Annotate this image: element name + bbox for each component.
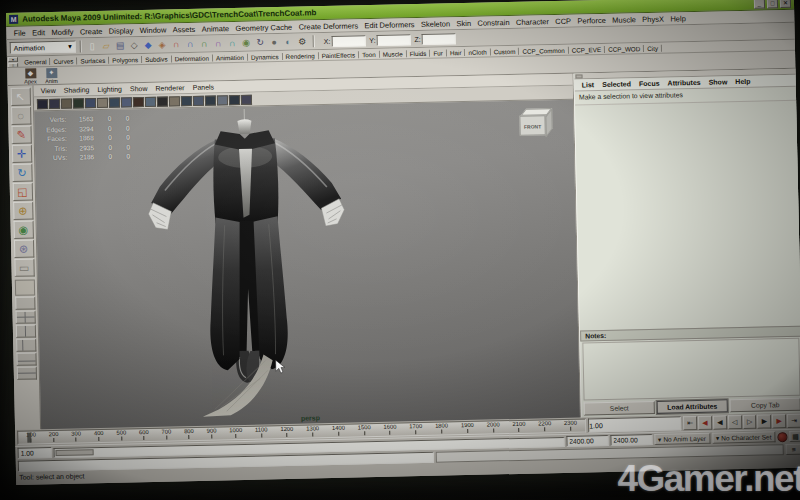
menu-item[interactable]: Perforce xyxy=(574,15,609,25)
panel-menu-item[interactable]: View xyxy=(37,87,60,95)
viewport-canvas[interactable]: Verts: 1563 0 0 Edges: 3294 0 0 xyxy=(34,100,580,430)
notes-field[interactable] xyxy=(582,338,800,401)
menu-item[interactable]: Create Deformers xyxy=(295,21,361,31)
view-cube-front-face[interactable]: FRONT xyxy=(519,115,545,136)
menu-item[interactable]: Help xyxy=(667,14,689,23)
shelf-tab[interactable]: Dynamics xyxy=(248,52,283,60)
coordinate-input[interactable] xyxy=(422,33,456,45)
shelf-tab[interactable]: Surfaces xyxy=(77,56,109,64)
panel-toolbar-icon[interactable] xyxy=(241,94,252,104)
coordinate-input[interactable] xyxy=(376,34,410,46)
shelf-tab[interactable]: CCP_Common xyxy=(519,46,568,54)
shelf-tab[interactable]: CCP_WOD xyxy=(605,45,644,53)
panel-menu-item[interactable]: Lighting xyxy=(93,85,126,93)
tool-button[interactable]: ◌ xyxy=(11,106,31,124)
shelf-tab[interactable]: Polygons xyxy=(109,56,142,64)
panel-toolbar-icon[interactable] xyxy=(145,96,156,106)
view-cube[interactable]: FRONT xyxy=(519,108,554,139)
layout-shortcut-graph[interactable] xyxy=(16,352,36,365)
panel-toolbar-icon[interactable] xyxy=(109,97,120,107)
shelf-tab[interactable]: Deformation xyxy=(171,54,212,62)
menu-item[interactable]: Animate xyxy=(198,24,232,34)
character-set-dropdown[interactable]: ▾ No Character Set xyxy=(712,431,776,443)
shelf-button[interactable]: ◆ Apex xyxy=(21,68,39,84)
transport-button[interactable]: ⇥ xyxy=(787,414,800,428)
auto-keyframe-toggle[interactable] xyxy=(777,432,787,442)
shelf-tab[interactable]: Animation xyxy=(213,53,248,61)
toolbar-icon[interactable]: ▱ xyxy=(100,39,113,52)
toolbar-icon[interactable]: ◇ xyxy=(128,39,141,52)
tool-button[interactable]: ◱ xyxy=(12,182,32,200)
menu-item[interactable]: Skin xyxy=(453,18,474,27)
anim-layer-dropdown[interactable]: ▾ No Anim Layer xyxy=(654,433,710,445)
panel-toolbar-icon[interactable] xyxy=(37,99,48,109)
shelf-tab[interactable]: Muscle xyxy=(380,50,407,58)
attribute-editor-menu-item[interactable]: List xyxy=(578,81,599,88)
shelf-tab-chevron-icon[interactable]: ▾ xyxy=(8,57,18,62)
toolbar-icon[interactable]: ◈ xyxy=(156,38,169,51)
shelf-tab[interactable]: Custom xyxy=(491,47,520,55)
transport-button[interactable]: ▷ xyxy=(742,415,756,429)
shelf-tab[interactable]: Fur xyxy=(430,49,447,56)
panel-toolbar-icon[interactable] xyxy=(97,97,108,107)
shelf-tab[interactable]: Hair xyxy=(447,48,466,55)
maximize-button[interactable]: □ xyxy=(767,0,778,8)
transport-button[interactable]: ▶ xyxy=(772,414,786,428)
menu-item[interactable]: Constrain xyxy=(474,17,513,27)
panel-toolbar-icon[interactable] xyxy=(193,95,204,105)
panel-menu-item[interactable]: Shading xyxy=(60,86,94,94)
select-button[interactable]: Select xyxy=(584,401,655,416)
toolbar-icon[interactable]: ↻ xyxy=(254,36,267,49)
shelf-tab[interactable]: nCloth xyxy=(465,48,490,56)
transport-button[interactable]: ⇤ xyxy=(683,416,697,430)
shelf-tab[interactable]: Rendering xyxy=(282,52,318,60)
color-swatch[interactable] xyxy=(14,279,34,295)
menu-item[interactable]: Create xyxy=(77,26,106,36)
tool-button[interactable]: ↖ xyxy=(10,87,30,105)
panel-toolbar-icon[interactable] xyxy=(169,96,180,106)
layout-shortcut-four-pane[interactable] xyxy=(15,310,35,323)
menu-item[interactable]: Modify xyxy=(48,27,77,37)
attribute-editor-menu-item[interactable]: Attributes xyxy=(663,79,704,87)
menu-set-dropdown[interactable]: Animation ▾ xyxy=(10,40,76,53)
menu-item[interactable]: Edit xyxy=(29,28,49,37)
animation-end-field[interactable] xyxy=(610,434,652,446)
toolbar-icon[interactable]: ● xyxy=(268,36,281,49)
attribute-editor-menu-item[interactable]: Show xyxy=(705,78,732,86)
menu-item[interactable]: Edit Deformers xyxy=(361,20,418,30)
toolbar-icon[interactable]: ▯ xyxy=(86,39,99,52)
shelf-tab[interactable]: City xyxy=(644,44,662,51)
panel-toolbar-icon[interactable] xyxy=(181,95,192,105)
layout-shortcut-two-pane[interactable] xyxy=(15,324,35,337)
panel-toolbar-icon[interactable] xyxy=(85,98,96,108)
playback-end-field[interactable] xyxy=(566,435,608,447)
coordinate-input[interactable] xyxy=(331,35,365,47)
script-editor-button[interactable]: ≡ xyxy=(786,444,800,455)
menu-item[interactable]: Skeleton xyxy=(418,19,454,29)
current-time-field[interactable] xyxy=(588,416,681,432)
tool-button[interactable]: ↻ xyxy=(12,163,32,181)
shelf-tab[interactable]: PaintEffects xyxy=(318,51,359,59)
current-frame-marker[interactable] xyxy=(27,433,31,443)
tool-button[interactable]: ⊕ xyxy=(13,201,33,219)
toolbar-icon[interactable]: ∩ xyxy=(170,38,183,51)
panel-toolbar-icon[interactable] xyxy=(61,98,72,108)
shelf-tab[interactable]: Curves xyxy=(50,57,77,65)
tool-button[interactable]: ▭ xyxy=(14,258,34,276)
tool-button[interactable]: ◉ xyxy=(13,220,33,238)
panel-toolbar-icon[interactable] xyxy=(217,95,228,105)
attribute-editor-menu-item[interactable]: Help xyxy=(731,78,754,86)
panel-toolbar-icon[interactable] xyxy=(229,94,240,104)
load-attributes-button[interactable]: Load Attributes xyxy=(657,399,728,414)
panel-menu-item[interactable]: Show xyxy=(126,85,152,93)
menu-item[interactable]: Character xyxy=(513,17,552,27)
close-button[interactable]: ✕ xyxy=(780,0,791,8)
shelf-tab[interactable]: General xyxy=(21,58,51,66)
copy-tab-button[interactable]: Copy Tab xyxy=(730,398,800,413)
panel-toolbar-icon[interactable] xyxy=(121,97,132,107)
toolbar-icon[interactable]: ⚙ xyxy=(296,35,309,48)
range-slider-handle[interactable] xyxy=(56,449,94,456)
transport-button[interactable]: ◁ xyxy=(728,415,742,429)
panel-toolbar-icon[interactable] xyxy=(73,98,84,108)
menu-item[interactable]: File xyxy=(10,28,29,37)
